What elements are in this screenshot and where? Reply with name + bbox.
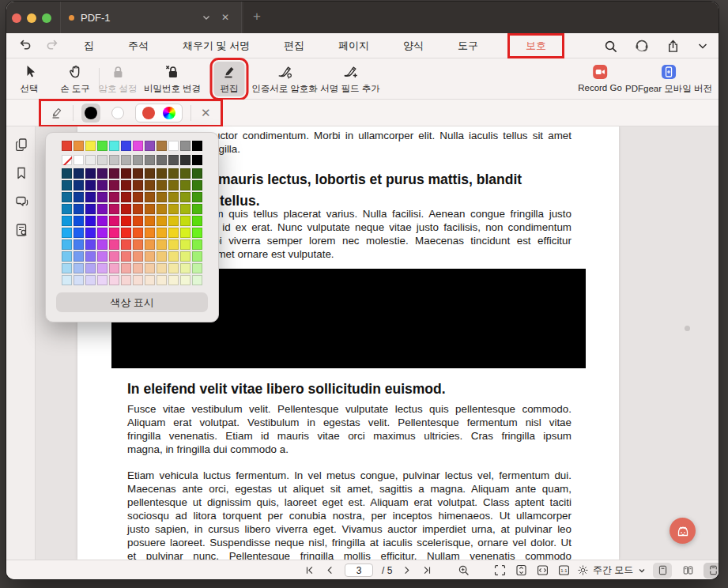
color-swatch[interactable] (121, 275, 131, 285)
color-swatch[interactable] (192, 263, 202, 273)
color-swatch[interactable] (121, 141, 131, 151)
color-swatch[interactable] (157, 251, 167, 262)
color-swatch[interactable] (157, 263, 167, 273)
color-swatch[interactable] (109, 155, 119, 165)
color-swatch[interactable] (133, 168, 143, 179)
color-swatch[interactable] (168, 239, 179, 250)
color-swatch[interactable] (180, 155, 190, 165)
color-swatch[interactable] (74, 168, 84, 179)
color-swatch[interactable] (109, 141, 119, 151)
color-swatch[interactable] (145, 192, 155, 202)
minimize-window-button[interactable] (27, 13, 36, 23)
color-swatch[interactable] (133, 251, 143, 262)
first-page-button[interactable] (304, 564, 315, 576)
signatures-panel-icon[interactable] (13, 222, 29, 238)
color-swatch[interactable] (157, 228, 167, 238)
color-swatch[interactable] (133, 239, 143, 250)
color-swatch[interactable] (74, 180, 84, 190)
color-swatch[interactable] (192, 168, 202, 179)
color-swatch[interactable] (145, 180, 155, 190)
day-mode-selector[interactable]: 주간 모드 (593, 564, 633, 577)
color-swatch[interactable] (85, 204, 96, 214)
redo-button[interactable] (44, 37, 60, 53)
close-redact-bar-icon[interactable]: ✕ (199, 106, 213, 120)
thumbnails-icon[interactable] (13, 137, 29, 153)
color-swatch[interactable] (74, 204, 84, 214)
zoom-window-button[interactable] (42, 13, 51, 23)
color-swatch[interactable] (145, 251, 155, 262)
color-swatch[interactable] (74, 263, 84, 273)
color-swatch[interactable] (109, 239, 119, 250)
color-swatch[interactable] (145, 155, 155, 165)
record-go-button[interactable]: Record Go (578, 63, 622, 92)
color-swatch[interactable] (168, 155, 179, 165)
color-swatch[interactable] (109, 168, 119, 179)
color-swatch[interactable] (180, 239, 190, 250)
color-swatch[interactable] (192, 239, 202, 250)
color-swatch[interactable] (97, 204, 108, 214)
color-swatch[interactable] (157, 180, 167, 190)
actual-size-icon[interactable]: 1:1 (557, 564, 571, 577)
color-swatch[interactable] (97, 180, 108, 190)
tab-protect[interactable]: 보호 (507, 33, 564, 58)
color-swatch[interactable] (145, 239, 155, 250)
color-swatch[interactable] (85, 263, 96, 273)
color-swatch[interactable] (62, 228, 72, 238)
pdfgear-mobile-button[interactable]: PDFgear 모바일 버전 (625, 63, 712, 95)
color-swatch[interactable] (74, 141, 84, 151)
color-swatch[interactable] (133, 180, 143, 190)
color-swatch[interactable] (157, 155, 167, 165)
color-swatch[interactable] (121, 216, 131, 226)
color-swatch[interactable] (168, 168, 179, 179)
color-swatch[interactable] (180, 228, 190, 238)
color-swatch[interactable] (157, 275, 167, 285)
color-swatch[interactable] (74, 239, 84, 250)
color-swatch[interactable] (62, 239, 72, 250)
white-color-swatch[interactable] (108, 104, 127, 122)
color-swatch[interactable] (145, 204, 155, 214)
color-swatch[interactable] (168, 216, 179, 226)
color-swatch[interactable] (168, 228, 179, 238)
color-swatch[interactable] (62, 192, 72, 202)
color-swatch[interactable] (180, 251, 190, 262)
color-swatch[interactable] (97, 263, 108, 273)
color-swatch[interactable] (133, 155, 143, 165)
color-swatch[interactable] (133, 263, 143, 273)
color-swatch[interactable] (180, 141, 190, 151)
color-swatch[interactable] (133, 192, 143, 202)
color-swatch[interactable] (145, 168, 155, 179)
tab-annotate[interactable]: 주석 (123, 36, 153, 56)
color-swatch[interactable] (85, 155, 96, 165)
ai-robot-assistant-button[interactable] (670, 518, 696, 544)
color-swatch[interactable] (145, 216, 155, 226)
support-icon[interactable] (634, 38, 650, 54)
color-swatch[interactable] (192, 275, 202, 285)
collapse-toolbar-chevron-icon[interactable] (696, 40, 709, 52)
fit-height-icon[interactable] (515, 564, 528, 577)
color-swatch[interactable] (121, 155, 131, 165)
color-swatch[interactable] (97, 275, 108, 285)
black-color-swatch[interactable] (81, 104, 100, 122)
color-swatch[interactable] (62, 251, 72, 262)
color-swatch[interactable] (62, 216, 72, 226)
new-tab-button[interactable]: + (253, 9, 261, 24)
search-icon[interactable] (603, 39, 618, 54)
color-swatch[interactable] (109, 204, 119, 214)
color-swatch[interactable] (192, 216, 202, 226)
page-number-input[interactable] (345, 564, 373, 577)
color-swatch[interactable] (157, 216, 167, 226)
color-swatch[interactable] (85, 180, 96, 190)
color-swatch[interactable] (180, 204, 190, 214)
color-swatch[interactable] (85, 216, 96, 226)
color-swatch[interactable] (157, 239, 167, 250)
color-swatch[interactable] (62, 204, 72, 214)
zoom-icon[interactable] (457, 564, 470, 577)
color-swatch[interactable] (180, 216, 190, 226)
color-swatch[interactable] (97, 216, 108, 226)
color-swatch[interactable] (109, 228, 119, 238)
no-color-swatch[interactable] (62, 155, 72, 165)
color-swatch[interactable] (121, 180, 131, 190)
color-swatch[interactable] (74, 192, 84, 202)
tab-fill-sign[interactable]: 채우기 및 서명 (178, 36, 255, 56)
color-swatch[interactable] (109, 263, 119, 273)
